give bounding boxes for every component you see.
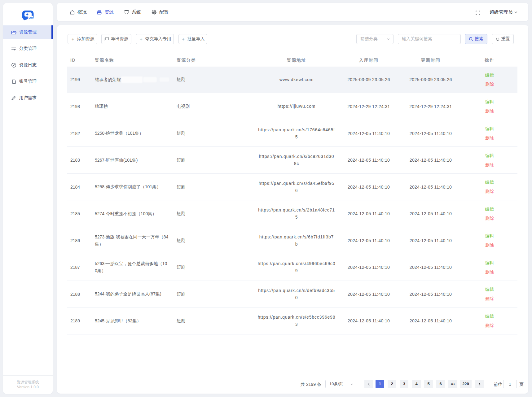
svg-text:CRM: CRM xyxy=(29,16,34,19)
